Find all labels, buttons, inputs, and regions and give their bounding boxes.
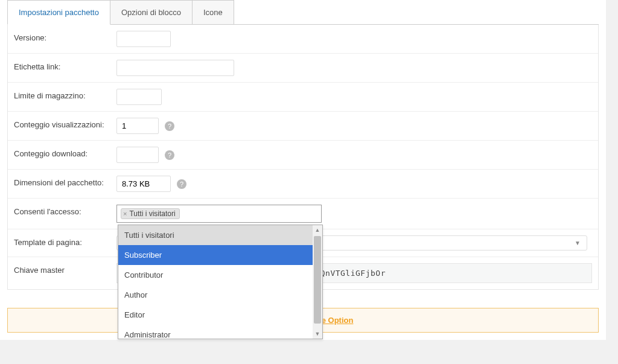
input-stock-limit[interactable]	[116, 89, 162, 105]
scroll-down-icon[interactable]: ▼	[314, 330, 321, 337]
scrollbar-thumb[interactable]	[314, 236, 321, 324]
access-multiselect[interactable]: × Tutti i visitatori	[116, 205, 322, 223]
dropdown-option-all-visitors[interactable]: Tutti i visitatori	[118, 225, 322, 245]
help-icon[interactable]: ?	[165, 150, 174, 160]
label-master-key: Chiave master	[8, 257, 110, 289]
dropdown-option-author[interactable]: Author	[118, 285, 322, 305]
label-download-count: Conteggio download:	[8, 141, 110, 169]
input-version[interactable]	[116, 31, 171, 47]
access-dropdown: Tutti i visitatori Subscriber Contributo…	[118, 225, 323, 339]
label-stock-limit: Limite di magazzino:	[8, 83, 110, 111]
scroll-up-icon[interactable]: ▲	[314, 226, 321, 234]
input-package-size[interactable]	[116, 176, 171, 192]
access-tag: × Tutti i visitatori	[121, 208, 180, 219]
dropdown-option-administrator[interactable]: Administrator	[118, 325, 322, 339]
help-icon[interactable]: ?	[165, 121, 174, 131]
tab-lock-options[interactable]: Opzioni di blocco	[110, 0, 193, 24]
dropdown-option-editor[interactable]: Editor	[118, 305, 322, 325]
label-link-label: Etichetta link:	[8, 54, 110, 82]
help-icon[interactable]: ?	[177, 179, 186, 189]
tab-package-settings[interactable]: Impostazioni pacchetto	[7, 0, 110, 25]
label-allow-access: Consenti l'accesso:	[8, 199, 110, 229]
dropdown-option-contributor[interactable]: Contributor	[118, 265, 322, 285]
tab-icons[interactable]: Icone	[192, 0, 234, 24]
chevron-down-icon: ▼	[575, 240, 581, 246]
close-icon[interactable]: ×	[123, 210, 127, 217]
access-tag-label: Tutti i visitatori	[129, 209, 175, 218]
input-view-count[interactable]	[116, 118, 159, 134]
label-package-size: Dimensioni del pacchetto:	[8, 170, 110, 198]
label-page-template: Template di pagina:	[8, 229, 110, 257]
tabs-nav: Impostazioni pacchetto Opzioni di blocco…	[7, 0, 599, 25]
dropdown-option-subscriber[interactable]: Subscriber	[118, 245, 322, 265]
label-view-count: Conteggio visualizzazioni:	[8, 112, 110, 140]
scrollbar[interactable]: ▲ ▼	[313, 225, 322, 339]
label-version: Versione:	[8, 25, 110, 53]
input-download-count[interactable]	[116, 147, 159, 163]
input-link-label[interactable]	[116, 60, 234, 76]
